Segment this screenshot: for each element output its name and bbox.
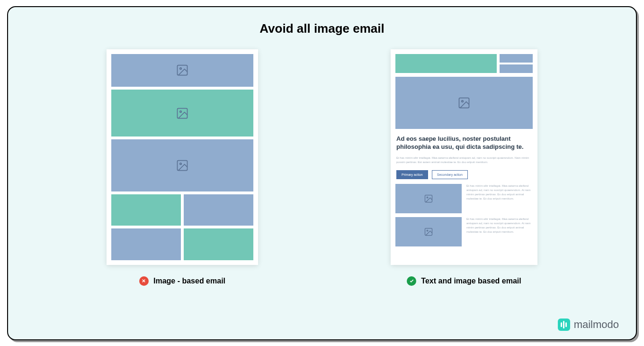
cross-icon [139, 276, 149, 286]
svg-point-5 [180, 163, 182, 165]
hero-image [395, 77, 533, 129]
image-icon [176, 64, 189, 77]
image-block [184, 228, 253, 260]
svg-point-1 [180, 68, 182, 70]
media-image [395, 217, 462, 246]
media-row: Et has minim elitr intellegat. Mea aeter… [395, 217, 533, 246]
infographic-card: Avoid all image email [7, 6, 637, 340]
media-image [395, 184, 462, 213]
mockup-image-only [107, 49, 258, 265]
secondary-button: Secondary action [432, 170, 468, 179]
image-block [111, 194, 181, 226]
caption-bad: Image - based email [139, 276, 225, 286]
media-row: Et has minim elitr intellegat. Mea aeter… [395, 184, 533, 213]
image-icon [424, 194, 433, 203]
header-block [395, 54, 497, 73]
brand-logo-wrap: mailmodo [558, 319, 619, 331]
image-block [111, 54, 253, 87]
mock-heading: Ad eos saepe lucilius, noster postulant … [395, 133, 533, 151]
image-icon [457, 96, 471, 109]
media-text: Et has minim elitr intellegat. Mea aeter… [466, 184, 533, 213]
primary-button: Primary action [396, 170, 428, 179]
caption-text: Image - based email [153, 277, 225, 285]
image-icon [176, 107, 189, 120]
svg-point-3 [180, 110, 182, 112]
check-icon [407, 276, 416, 286]
column-good-example: Ad eos saepe lucilius, noster postulant … [391, 49, 537, 286]
mock-paragraph: Et has minim elitr intellegat. Mea aeter… [395, 155, 533, 165]
image-block [111, 228, 181, 260]
brand-mark-icon [558, 319, 570, 331]
image-block [111, 139, 253, 191]
caption-good: Text and image based email [407, 276, 521, 286]
header-row [395, 54, 533, 73]
header-side [500, 54, 533, 73]
image-block [184, 194, 253, 226]
svg-point-7 [462, 100, 464, 102]
mockup-text-image: Ad eos saepe lucilius, noster postulant … [391, 49, 537, 265]
media-text: Et has minim elitr intellegat. Mea aeter… [466, 217, 533, 246]
svg-point-9 [427, 197, 428, 198]
header-small-block [500, 54, 533, 63]
image-block [111, 90, 253, 137]
page-title: Avoid all image email [27, 21, 617, 36]
image-grid [111, 194, 253, 260]
image-icon [176, 159, 189, 172]
caption-text: Text and image based email [421, 277, 521, 285]
image-icon [424, 227, 433, 237]
button-row: Primary action Secondary action [395, 169, 533, 180]
svg-point-11 [427, 230, 428, 231]
comparison-columns: Image - based email Ad eos saepe luciliu… [27, 49, 617, 286]
header-small-block [500, 64, 533, 73]
column-bad-example: Image - based email [107, 49, 258, 286]
brand-name: mailmodo [574, 319, 619, 331]
